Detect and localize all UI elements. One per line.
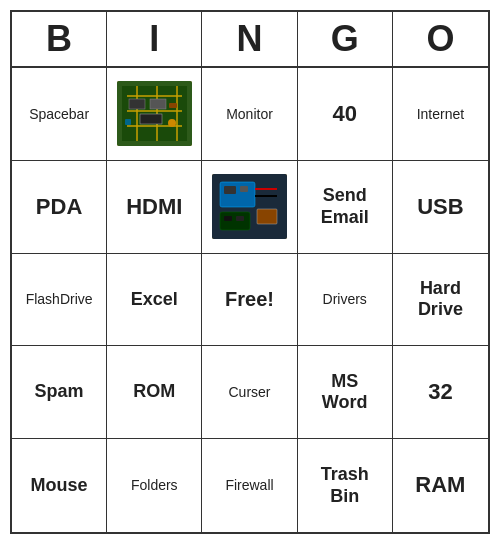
bingo-cell: Curser: [202, 346, 297, 439]
cell-text: ROM: [133, 381, 175, 403]
cell-text: Trash Bin: [321, 464, 369, 507]
cell-text: Excel: [131, 289, 178, 311]
cell-text: RAM: [415, 472, 465, 498]
cell-text: Spam: [35, 381, 84, 403]
svg-rect-12: [125, 119, 131, 125]
cell-text: USB: [417, 194, 463, 220]
bingo-grid: Spacebar Monitor40InternetPDAHDMI: [12, 68, 488, 532]
bingo-cell: Trash Bin: [298, 439, 393, 532]
bingo-cell: FlashDrive: [12, 254, 107, 347]
cell-text: Firewall: [225, 477, 273, 494]
bingo-cell: [202, 161, 297, 254]
bingo-cell: Spacebar: [12, 68, 107, 161]
bingo-cell: RAM: [393, 439, 488, 532]
bingo-cell: Send Email: [298, 161, 393, 254]
cell-text: Mouse: [31, 475, 88, 497]
bingo-cell: Folders: [107, 439, 202, 532]
bingo-card: BINGO Spacebar Monitor40InternetPDAH: [10, 10, 490, 534]
cell-text: HDMI: [126, 194, 182, 220]
bingo-cell: MS Word: [298, 346, 393, 439]
bingo-cell: Monitor: [202, 68, 297, 161]
svg-rect-15: [220, 182, 255, 207]
header-letter: G: [298, 12, 393, 66]
header-letter: B: [12, 12, 107, 66]
bingo-cell: [107, 68, 202, 161]
svg-rect-17: [240, 186, 248, 192]
svg-rect-16: [224, 186, 236, 194]
bingo-cell: Drivers: [298, 254, 393, 347]
header-letter: N: [202, 12, 297, 66]
bingo-cell: Mouse: [12, 439, 107, 532]
bingo-cell: PDA: [12, 161, 107, 254]
bingo-cell: ROM: [107, 346, 202, 439]
cell-text: 40: [332, 101, 356, 127]
bingo-cell: Firewall: [202, 439, 297, 532]
header-letter: I: [107, 12, 202, 66]
cell-text: Send Email: [321, 185, 369, 228]
bingo-cell: USB: [393, 161, 488, 254]
cell-text: Hard Drive: [418, 278, 463, 321]
cell-text: MS Word: [322, 371, 368, 414]
cell-text: PDA: [36, 194, 82, 220]
bingo-cell: Hard Drive: [393, 254, 488, 347]
bingo-cell: Spam: [12, 346, 107, 439]
svg-rect-23: [236, 216, 244, 221]
bingo-cell: 32: [393, 346, 488, 439]
cell-text: Drivers: [323, 291, 367, 308]
svg-rect-11: [169, 103, 177, 108]
svg-rect-21: [220, 212, 250, 230]
cell-text: Folders: [131, 477, 178, 494]
bingo-cell: Excel: [107, 254, 202, 347]
svg-rect-8: [129, 99, 145, 109]
electronics-image: [212, 174, 287, 239]
bingo-cell: Free!: [202, 254, 297, 347]
svg-rect-9: [150, 99, 166, 109]
cell-text: FlashDrive: [26, 291, 93, 308]
svg-rect-20: [257, 209, 277, 224]
cell-text: Monitor: [226, 106, 273, 123]
cell-text: Internet: [417, 106, 464, 123]
cell-text: Curser: [228, 384, 270, 401]
svg-rect-10: [140, 114, 162, 124]
svg-rect-22: [224, 216, 232, 221]
header-letter: O: [393, 12, 488, 66]
bingo-header: BINGO: [12, 12, 488, 68]
svg-point-13: [168, 119, 176, 127]
cell-text: 32: [428, 379, 452, 405]
bingo-cell: HDMI: [107, 161, 202, 254]
cell-text: Spacebar: [29, 106, 89, 123]
circuit-board-image: [117, 81, 192, 146]
cell-text: Free!: [225, 287, 274, 311]
bingo-cell: 40: [298, 68, 393, 161]
bingo-cell: Internet: [393, 68, 488, 161]
